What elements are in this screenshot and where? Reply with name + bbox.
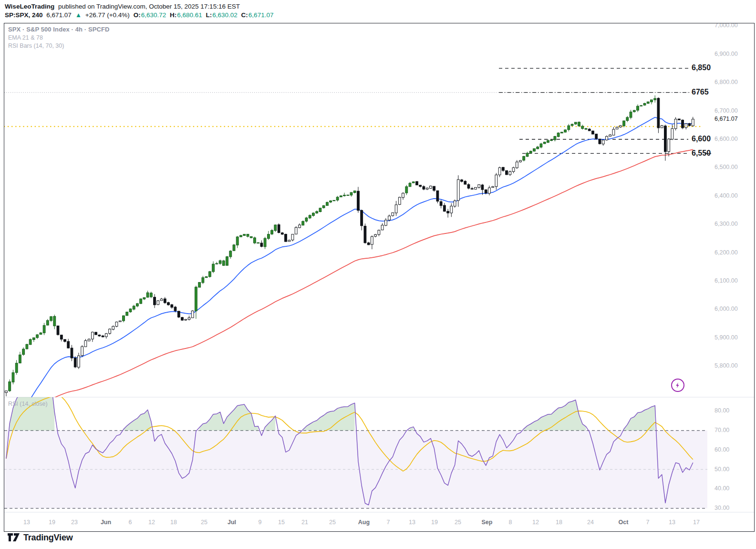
candle-body xyxy=(260,243,263,246)
candle-body xyxy=(481,185,484,190)
candle-body xyxy=(340,196,342,197)
tradingview-brand-link[interactable]: TradingView xyxy=(23,533,73,543)
rsi-overbought-fill xyxy=(199,404,258,431)
rsi-pane-label[interactable]: RSI (14, close) xyxy=(8,401,48,407)
legend-ema-row[interactable]: EMA 21 & 78 xyxy=(8,34,109,41)
candle-body xyxy=(250,237,252,238)
candle-body xyxy=(123,316,125,321)
candle-body xyxy=(33,338,35,339)
candle-body xyxy=(647,102,649,103)
ema-21-line[interactable] xyxy=(6,117,693,441)
candle-body xyxy=(195,287,197,311)
candle-body xyxy=(512,168,515,171)
candle-body xyxy=(685,124,687,127)
candle-body xyxy=(433,186,435,190)
candle-body xyxy=(578,122,580,126)
chart-legend: SPX · S&P 500 Index · 4h · SPCFD EMA 21 … xyxy=(8,26,109,49)
candle-body xyxy=(143,297,145,299)
candle-body xyxy=(571,124,573,126)
candle-body xyxy=(574,122,577,124)
candle-body xyxy=(612,129,615,135)
price-scale[interactable] xyxy=(707,23,754,531)
candle-body xyxy=(464,181,466,185)
candle-body xyxy=(498,168,501,175)
candle-body xyxy=(185,319,187,320)
symbol-interval: SP:SPX, 240 xyxy=(5,11,43,19)
candle-body xyxy=(154,297,156,305)
up-arrow-icon: ▲ xyxy=(75,11,82,19)
boost-button[interactable] xyxy=(671,379,684,392)
candle-body xyxy=(654,98,656,100)
candle-body xyxy=(516,162,518,168)
candle-body xyxy=(361,211,363,226)
candle-body xyxy=(509,172,511,175)
candle-body xyxy=(367,243,370,245)
candle-body xyxy=(119,321,121,322)
candle-body xyxy=(129,309,132,312)
candle-body xyxy=(492,187,494,188)
lightning-icon xyxy=(674,382,681,389)
candle-body xyxy=(529,151,532,153)
price-change: +26.77 (+0.4%) xyxy=(85,11,130,19)
candle-body xyxy=(305,218,308,221)
candle-body xyxy=(115,322,118,326)
candle-body xyxy=(98,335,101,336)
candle-body xyxy=(599,139,601,144)
candle-body xyxy=(430,186,432,189)
publish-line: WiseLeoTrading published on TradingView.… xyxy=(5,2,275,11)
candle-body xyxy=(475,188,477,190)
candle-body xyxy=(364,226,366,243)
candle-body xyxy=(84,341,87,347)
legend-rsibars-row[interactable]: RSI Bars (14, 70, 30) xyxy=(8,42,109,49)
candle-body xyxy=(202,278,204,283)
candle-body xyxy=(392,213,394,216)
legend-symbol-row[interactable]: SPX · S&P 500 Index · 4h · SPCFD xyxy=(8,26,109,33)
high-label: H: xyxy=(170,11,176,19)
high-value: 6,680.61 xyxy=(177,11,202,19)
candle-body xyxy=(22,349,25,355)
candle-body xyxy=(29,339,31,345)
candle-body xyxy=(336,197,339,200)
ema-78-line[interactable] xyxy=(6,149,693,422)
candle-body xyxy=(581,126,584,128)
snapshot-page: WiseLeoTrading published on TradingView.… xyxy=(0,0,756,549)
candle-body xyxy=(537,147,539,149)
candle-body xyxy=(247,234,249,237)
published-info: published on TradingView.com, October 15… xyxy=(56,3,240,10)
candle-body xyxy=(174,307,176,311)
candle-body xyxy=(219,261,221,264)
time-scale[interactable] xyxy=(4,512,707,531)
candle-body xyxy=(233,245,235,251)
candle-body xyxy=(181,317,184,320)
candle-body xyxy=(146,293,149,297)
candle-body xyxy=(112,327,114,329)
candle-body xyxy=(682,120,684,128)
candle-body xyxy=(533,148,536,151)
candle-body xyxy=(395,205,397,213)
close-label: C: xyxy=(241,11,248,19)
candle-body xyxy=(471,189,473,189)
candle-body xyxy=(285,234,287,242)
chart-canvas[interactable]: 7,000.006,900.006,800.006,700.006,600.00… xyxy=(4,23,754,531)
level-price-label: 6765 xyxy=(692,88,709,96)
candle-body xyxy=(50,317,52,320)
candle-body xyxy=(319,208,321,212)
candle-body xyxy=(547,140,549,142)
candles-layer xyxy=(5,95,694,396)
candle-body xyxy=(271,231,273,234)
candle-body xyxy=(36,335,39,338)
candle-body xyxy=(619,126,621,127)
candle-body xyxy=(557,133,559,137)
candle-body xyxy=(419,185,422,187)
candle-body xyxy=(288,240,290,242)
candle-body xyxy=(692,119,694,126)
candle-body xyxy=(57,326,59,335)
candle-body xyxy=(229,251,232,257)
candle-body xyxy=(209,272,211,277)
candle-body xyxy=(295,227,297,234)
chart-panel[interactable]: 7,000.006,900.006,800.006,700.006,600.00… xyxy=(4,23,755,532)
candle-body xyxy=(398,197,401,204)
candle-body xyxy=(592,131,594,134)
candle-body xyxy=(643,103,646,105)
candle-body xyxy=(164,299,166,303)
